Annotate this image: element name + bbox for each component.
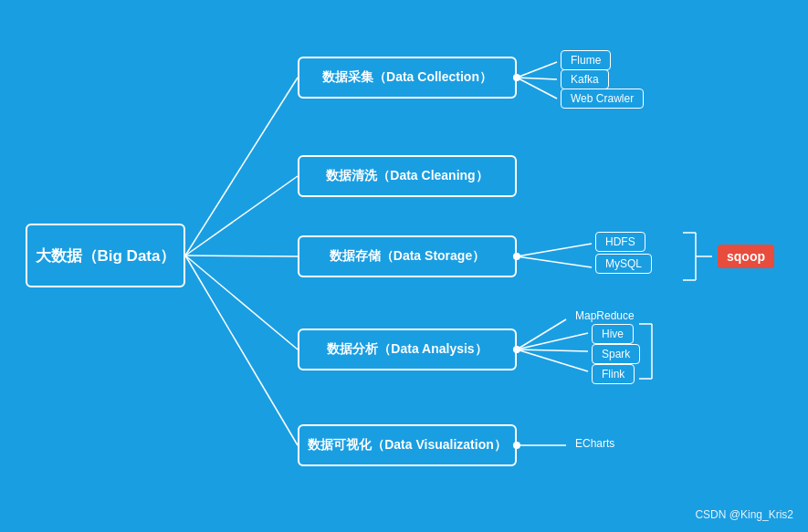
- svg-line-2: [185, 256, 298, 256]
- leaf-echarts-label: ECharts: [575, 437, 614, 450]
- branch-visualization: 数据可视化（Data Visualization）: [298, 424, 517, 466]
- svg-line-5: [517, 62, 557, 78]
- leaf-flink: Flink: [592, 364, 635, 384]
- leaf-webcrawler: Web Crawler: [561, 89, 644, 109]
- root-node: 大数据（Big Data）: [26, 224, 185, 287]
- watermark-text: CSDN @King_Kris2: [695, 508, 793, 521]
- leaf-kafka-label: Kafka: [571, 73, 599, 86]
- sqoop-label: sqoop: [727, 249, 765, 264]
- svg-line-14: [517, 349, 588, 351]
- leaf-hdfs-label: HDFS: [605, 235, 635, 248]
- root-label: 大数据（Big Data）: [36, 245, 176, 266]
- svg-line-0: [185, 78, 298, 256]
- svg-line-12: [517, 319, 566, 349]
- leaf-echarts: ECharts: [570, 435, 620, 452]
- branch-analysis-label: 数据分析（Data Analysis）: [327, 341, 487, 358]
- svg-line-9: [517, 244, 592, 256]
- svg-line-4: [185, 256, 298, 445]
- svg-line-6: [517, 78, 557, 79]
- leaf-mysql: MySQL: [595, 254, 652, 274]
- branch-cleaning: 数据清洗（Data Cleaning）: [298, 155, 517, 197]
- leaf-flume: Flume: [561, 50, 611, 70]
- leaf-mysql-label: MySQL: [605, 257, 642, 270]
- svg-line-1: [185, 176, 298, 256]
- sqoop-badge: sqoop: [718, 245, 774, 268]
- leaf-hive-label: Hive: [602, 328, 624, 340]
- svg-line-10: [517, 256, 592, 267]
- svg-line-15: [517, 349, 588, 371]
- watermark: CSDN @King_Kris2: [695, 508, 793, 521]
- leaf-mapreduce-label: MapReduce: [575, 309, 635, 322]
- svg-line-13: [517, 333, 588, 349]
- branch-analysis: 数据分析（Data Analysis）: [298, 329, 517, 370]
- leaf-flume-label: Flume: [571, 54, 601, 67]
- svg-line-3: [185, 256, 298, 349]
- leaf-webcrawler-label: Web Crawler: [571, 92, 634, 105]
- branch-storage: 数据存储（Data Storage）: [298, 235, 517, 277]
- leaf-spark: Spark: [592, 344, 640, 364]
- svg-line-7: [517, 78, 557, 99]
- leaf-spark-label: Spark: [602, 348, 630, 360]
- branch-visualization-label: 数据可视化（Data Visualization）: [308, 437, 507, 454]
- leaf-hive: Hive: [592, 324, 634, 344]
- leaf-mapreduce: MapReduce: [570, 308, 640, 324]
- branch-collection-label: 数据采集（Data Collection）: [322, 69, 492, 86]
- branch-storage-label: 数据存储（Data Storage）: [330, 248, 485, 265]
- diagram: 大数据（Big Data） 数据采集（Data Collection） 数据清洗…: [0, 0, 808, 532]
- leaf-kafka: Kafka: [561, 69, 609, 89]
- leaf-flink-label: Flink: [602, 368, 624, 381]
- branch-cleaning-label: 数据清洗（Data Cleaning）: [326, 168, 488, 184]
- branch-collection: 数据采集（Data Collection）: [298, 57, 517, 99]
- leaf-hdfs: HDFS: [595, 232, 645, 252]
